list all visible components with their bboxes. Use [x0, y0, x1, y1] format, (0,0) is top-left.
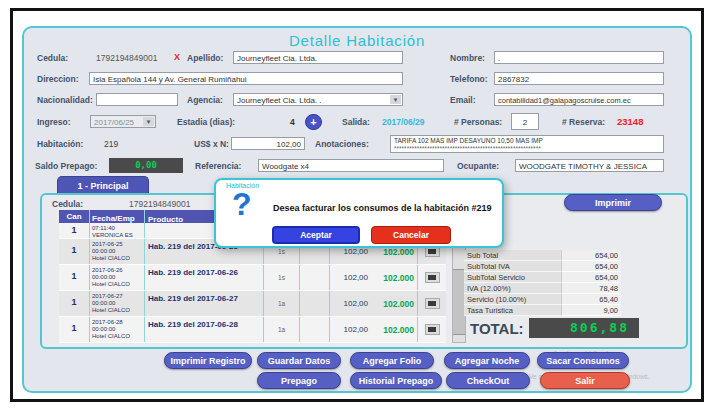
direccion-label: Direccion:: [37, 74, 79, 84]
printer-icon[interactable]: [425, 272, 440, 283]
cedula-clear-x-icon[interactable]: X: [174, 52, 180, 62]
cell-can: 1: [59, 317, 90, 342]
chevron-down-icon[interactable]: ▾: [143, 117, 154, 126]
detalle-habitacion-window: Detalle Habitación Cedula: 1792194849001…: [22, 26, 692, 393]
email-field[interactable]: contabilidad1@galapagoscruise.com.ec: [494, 93, 664, 106]
checkout-button[interactable]: CheckOut: [446, 372, 530, 389]
cell-can: 1: [59, 239, 90, 264]
apellido-label: Apellido:: [187, 53, 223, 63]
total-value: 654,00: [561, 250, 621, 261]
imprimir-button[interactable]: Imprimir: [564, 194, 662, 211]
referencia-field[interactable]: Woodgate x4: [258, 159, 444, 172]
agencia-combobox[interactable]: Journeyfleet Cia. Ltda. . ▾: [233, 93, 403, 106]
table-row[interactable]: 1 2017-06-27 00:00:00 Hotel CIALCO Hab. …: [59, 291, 446, 317]
total-label: Sub Total: [464, 250, 561, 261]
apellido-field[interactable]: Journeyfleet Cia. Ltda.: [233, 51, 403, 64]
totals-row: IVA (12.00%) 78,48: [464, 283, 622, 294]
fecha-line: Hotel CIALCO: [92, 307, 142, 314]
cell-producto: Hab. 219 del 2017-06-26: [145, 265, 264, 290]
cedula-label: Cedula:: [37, 53, 68, 63]
totals-row: Tasa Turistica 9,00: [464, 305, 622, 316]
table-row[interactable]: 1 2017-06-28 00:00:00 Hotel CIALCO Hab. …: [59, 317, 446, 343]
historial-prepago-button[interactable]: Historial Prepago: [350, 372, 442, 389]
header-fecha: Fecha/Emp: [90, 210, 145, 223]
cell-fecha: 2017-06-26 00:00:00 Hotel CIALCO: [90, 265, 145, 290]
direccion-field[interactable]: Isla Española 144 y Av. General Rumiñahu…: [89, 72, 403, 85]
guardar-datos-button[interactable]: Guardar Datos: [257, 352, 341, 369]
aceptar-button[interactable]: Aceptar: [272, 226, 360, 244]
cell-spacer: [300, 317, 330, 342]
total-label: Tasa Turistica: [464, 305, 561, 316]
nacionalidad-label: Nacionalidad:: [37, 95, 93, 105]
anotaciones-field[interactable]: TARIFA 102 MAS IMP DESAYUNO 10,50 MAS IM…: [390, 135, 664, 153]
totals-table: Sub Total 654,00 SubTotal IVA 654,00 Sub…: [464, 250, 622, 316]
grand-total-label: TOTAL:: [470, 320, 524, 337]
fecha-line: Hotel CIALCO: [92, 333, 142, 340]
tab-principal[interactable]: 1 - Principal: [57, 176, 149, 194]
fecha-line: 00:00:00: [92, 300, 142, 307]
cell-fecha: 07:11:40 VERONICA ES: [90, 223, 145, 238]
estadia-value: 4: [290, 117, 295, 127]
fecha-line: Hotel CIALCO: [92, 281, 142, 288]
fecha-line: 00:00:00: [92, 248, 142, 255]
totals-row: Servicio (10.00%) 65,40: [464, 294, 622, 305]
printer-icon[interactable]: [425, 298, 440, 309]
cell-action: [418, 265, 446, 290]
saldo-prepago-value: 0,00: [109, 158, 183, 173]
email-label: Email:: [450, 95, 476, 105]
telefono-label: Telefono:: [450, 74, 488, 84]
cell-total: 102.000: [370, 317, 418, 342]
add-night-plus-icon[interactable]: +: [305, 114, 322, 130]
nombre-field[interactable]: .: [494, 51, 664, 64]
telefono-field[interactable]: 2867832: [494, 72, 664, 85]
cell-unit: 1s: [264, 265, 300, 290]
cancelar-button[interactable]: Cancelar: [371, 226, 451, 244]
cell-producto: Hab. 219 del 2017-06-28: [145, 317, 264, 342]
saldo-prepago-label: Saldo Prepago:: [35, 161, 97, 171]
chevron-down-icon[interactable]: ▾: [390, 95, 401, 104]
page-title: Detalle Habitación: [24, 32, 690, 49]
cell-action: [418, 291, 446, 316]
sacar-consumos-button[interactable]: Sacar Consumos: [537, 352, 629, 369]
anotaciones-label: Anotaciones:: [315, 139, 369, 149]
imprimir-registro-button[interactable]: Imprimir Registro: [164, 352, 252, 369]
total-value: 78,48: [561, 283, 621, 294]
fecha-line: Hotel CIALCO: [92, 255, 142, 262]
ingreso-date-picker[interactable]: 2017/06/25 ▾: [90, 115, 156, 128]
nacionalidad-field[interactable]: [96, 93, 178, 106]
ocupante-label: Ocupante:: [457, 161, 499, 171]
cell-precio: 102,00: [330, 265, 370, 290]
ocupante-field[interactable]: WOODGATE TIMOTHY & JESSICA: [515, 159, 664, 172]
totals-row: SubTotal Servicio 654,00: [464, 272, 622, 283]
question-mark-icon: ?: [232, 186, 252, 223]
total-value: 9,00: [561, 305, 621, 316]
cell-precio: 102,00: [330, 317, 370, 342]
cell-fecha: 2017-06-28 00:00:00 Hotel CIALCO: [90, 317, 145, 342]
reserva-value: 23148: [617, 116, 643, 127]
salir-button[interactable]: Salir: [540, 372, 630, 389]
fecha-line: 2017-06-28: [92, 319, 142, 326]
prepago-button[interactable]: Prepago: [257, 372, 341, 389]
cell-can: 1: [59, 291, 90, 316]
salida-label: Salida:: [342, 117, 370, 127]
table-row[interactable]: 1 2017-06-26 00:00:00 Hotel CIALCO Hab. …: [59, 265, 446, 291]
agencia-value: Journeyfleet Cia. Ltda. .: [237, 96, 322, 105]
usd-x-n-field[interactable]: 102,00: [231, 137, 305, 150]
personas-label: # Personas:: [454, 117, 502, 127]
fecha-line: 2017-06-26: [92, 267, 142, 274]
header-can: Can: [59, 210, 90, 223]
usd-x-n-label: US$ x N:: [194, 139, 229, 149]
anotaciones-line2: ****************************************…: [394, 145, 660, 153]
personas-field[interactable]: 2: [511, 113, 539, 130]
anotaciones-line1: TARIFA 102 MAS IMP DESAYUNO 10,50 MAS IM…: [394, 137, 660, 145]
totals-row: Sub Total 654,00: [464, 250, 622, 261]
printer-icon[interactable]: [425, 324, 440, 335]
agregar-folio-button[interactable]: Agregar Folio: [350, 352, 434, 369]
cell-spacer: [300, 291, 330, 316]
agregar-noche-button[interactable]: Agregar Noche: [444, 352, 530, 369]
agencia-label: Agencia:: [187, 95, 223, 105]
total-label: Servicio (10.00%): [464, 294, 561, 305]
cell-fecha: 2017-06-25 00:00:00 Hotel CIALCO: [90, 239, 145, 264]
total-label: IVA (12.00%): [464, 283, 561, 294]
cell-can: 1: [59, 223, 90, 238]
